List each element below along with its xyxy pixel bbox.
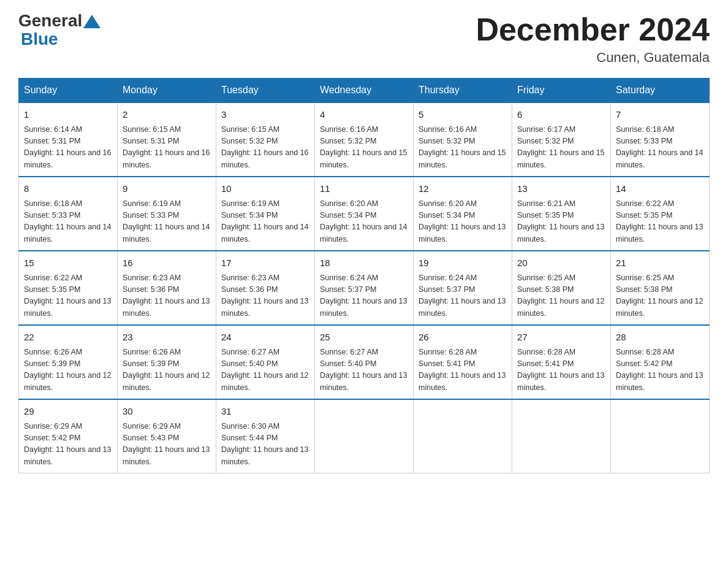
day-number: 12 (419, 182, 507, 196)
day-number: 17 (221, 256, 309, 270)
day-number: 25 (320, 331, 408, 345)
title-block: December 2024 Cunen, Guatemala (476, 12, 710, 66)
day-number: 18 (320, 256, 408, 270)
logo-general-text: General (18, 12, 82, 29)
calendar-cell: 14 Sunrise: 6:22 AMSunset: 5:35 PMDaylig… (611, 177, 710, 251)
location: Cunen, Guatemala (476, 50, 710, 66)
calendar-header-row: SundayMondayTuesdayWednesdayThursdayFrid… (19, 79, 710, 103)
calendar-cell: 26 Sunrise: 6:28 AMSunset: 5:41 PMDaylig… (414, 325, 512, 399)
calendar-cell: 13 Sunrise: 6:21 AMSunset: 5:35 PMDaylig… (512, 177, 611, 251)
header-tuesday: Tuesday (216, 79, 315, 103)
calendar-cell: 5 Sunrise: 6:16 AMSunset: 5:32 PMDayligh… (414, 102, 512, 177)
day-info: Sunrise: 6:29 AMSunset: 5:42 PMDaylight:… (24, 421, 112, 469)
day-number: 3 (221, 108, 309, 122)
calendar-cell: 24 Sunrise: 6:27 AMSunset: 5:40 PMDaylig… (216, 325, 315, 399)
logo-triangle-icon (83, 15, 100, 28)
calendar-cell: 4 Sunrise: 6:16 AMSunset: 5:32 PMDayligh… (315, 102, 414, 177)
day-number: 19 (419, 256, 507, 270)
day-info: Sunrise: 6:20 AMSunset: 5:34 PMDaylight:… (320, 198, 408, 246)
calendar-cell (414, 399, 512, 473)
day-number: 27 (517, 331, 605, 345)
day-number: 31 (221, 405, 309, 419)
day-number: 10 (221, 182, 309, 196)
calendar-cell: 31 Sunrise: 6:30 AMSunset: 5:44 PMDaylig… (216, 399, 315, 473)
day-info: Sunrise: 6:26 AMSunset: 5:39 PMDaylight:… (24, 347, 112, 394)
day-info: Sunrise: 6:24 AMSunset: 5:37 PMDaylight:… (320, 272, 408, 320)
day-info: Sunrise: 6:15 AMSunset: 5:32 PMDaylight:… (221, 124, 309, 172)
header-saturday: Saturday (611, 79, 710, 103)
day-number: 22 (24, 331, 112, 345)
header-wednesday: Wednesday (315, 79, 414, 103)
day-number: 24 (221, 331, 309, 345)
calendar-cell: 27 Sunrise: 6:28 AMSunset: 5:41 PMDaylig… (512, 325, 611, 399)
calendar-cell: 19 Sunrise: 6:24 AMSunset: 5:37 PMDaylig… (414, 251, 512, 325)
calendar-table: SundayMondayTuesdayWednesdayThursdayFrid… (18, 78, 710, 473)
calendar-cell: 28 Sunrise: 6:28 AMSunset: 5:42 PMDaylig… (611, 325, 710, 399)
calendar-cell: 23 Sunrise: 6:26 AMSunset: 5:39 PMDaylig… (118, 325, 216, 399)
day-info: Sunrise: 6:22 AMSunset: 5:35 PMDaylight:… (616, 198, 704, 246)
calendar-cell (315, 399, 414, 473)
calendar-cell: 10 Sunrise: 6:19 AMSunset: 5:34 PMDaylig… (216, 177, 315, 251)
calendar-cell (611, 399, 710, 473)
week-row-5: 29 Sunrise: 6:29 AMSunset: 5:42 PMDaylig… (19, 399, 710, 473)
day-number: 4 (320, 108, 408, 122)
day-number: 15 (24, 256, 112, 270)
day-info: Sunrise: 6:20 AMSunset: 5:34 PMDaylight:… (419, 198, 507, 246)
calendar-cell: 22 Sunrise: 6:26 AMSunset: 5:39 PMDaylig… (19, 325, 118, 399)
header-friday: Friday (512, 79, 611, 103)
day-number: 30 (123, 405, 211, 419)
day-number: 29 (24, 405, 112, 419)
day-info: Sunrise: 6:23 AMSunset: 5:36 PMDaylight:… (221, 272, 309, 320)
day-info: Sunrise: 6:29 AMSunset: 5:43 PMDaylight:… (123, 421, 211, 469)
day-number: 8 (24, 182, 112, 196)
header-monday: Monday (118, 79, 216, 103)
week-row-2: 8 Sunrise: 6:18 AMSunset: 5:33 PMDayligh… (19, 177, 710, 251)
day-number: 23 (123, 331, 211, 345)
day-number: 5 (419, 108, 507, 122)
day-info: Sunrise: 6:18 AMSunset: 5:33 PMDaylight:… (24, 198, 112, 246)
week-row-4: 22 Sunrise: 6:26 AMSunset: 5:39 PMDaylig… (19, 325, 710, 399)
week-row-3: 15 Sunrise: 6:22 AMSunset: 5:35 PMDaylig… (19, 251, 710, 325)
calendar-cell (512, 399, 611, 473)
week-row-1: 1 Sunrise: 6:14 AMSunset: 5:31 PMDayligh… (19, 102, 710, 177)
day-info: Sunrise: 6:28 AMSunset: 5:42 PMDaylight:… (616, 347, 704, 394)
day-info: Sunrise: 6:27 AMSunset: 5:40 PMDaylight:… (221, 347, 309, 394)
day-info: Sunrise: 6:14 AMSunset: 5:31 PMDaylight:… (24, 124, 112, 172)
day-info: Sunrise: 6:18 AMSunset: 5:33 PMDaylight:… (616, 124, 704, 172)
calendar-cell: 20 Sunrise: 6:25 AMSunset: 5:38 PMDaylig… (512, 251, 611, 325)
calendar-cell: 7 Sunrise: 6:18 AMSunset: 5:33 PMDayligh… (611, 102, 710, 177)
day-info: Sunrise: 6:19 AMSunset: 5:33 PMDaylight:… (123, 198, 211, 246)
day-info: Sunrise: 6:28 AMSunset: 5:41 PMDaylight:… (517, 347, 605, 394)
day-number: 13 (517, 182, 605, 196)
day-info: Sunrise: 6:19 AMSunset: 5:34 PMDaylight:… (221, 198, 309, 246)
calendar-cell: 25 Sunrise: 6:27 AMSunset: 5:40 PMDaylig… (315, 325, 414, 399)
day-number: 16 (123, 256, 211, 270)
day-number: 6 (517, 108, 605, 122)
header-thursday: Thursday (414, 79, 512, 103)
day-info: Sunrise: 6:25 AMSunset: 5:38 PMDaylight:… (616, 272, 704, 320)
calendar-cell: 8 Sunrise: 6:18 AMSunset: 5:33 PMDayligh… (19, 177, 118, 251)
day-number: 11 (320, 182, 408, 196)
day-number: 1 (24, 108, 112, 122)
day-info: Sunrise: 6:22 AMSunset: 5:35 PMDaylight:… (24, 272, 112, 320)
day-number: 20 (517, 256, 605, 270)
calendar-cell: 9 Sunrise: 6:19 AMSunset: 5:33 PMDayligh… (118, 177, 216, 251)
day-info: Sunrise: 6:21 AMSunset: 5:35 PMDaylight:… (517, 198, 605, 246)
logo-blue-text: Blue (21, 29, 58, 48)
day-info: Sunrise: 6:26 AMSunset: 5:39 PMDaylight:… (123, 347, 211, 394)
day-number: 28 (616, 331, 704, 345)
calendar-cell: 3 Sunrise: 6:15 AMSunset: 5:32 PMDayligh… (216, 102, 315, 177)
day-info: Sunrise: 6:23 AMSunset: 5:36 PMDaylight:… (123, 272, 211, 320)
calendar-cell: 15 Sunrise: 6:22 AMSunset: 5:35 PMDaylig… (19, 251, 118, 325)
calendar-cell: 6 Sunrise: 6:17 AMSunset: 5:32 PMDayligh… (512, 102, 611, 177)
page-header: General Blue December 2024 Cunen, Guatem… (18, 12, 710, 66)
calendar-cell: 1 Sunrise: 6:14 AMSunset: 5:31 PMDayligh… (19, 102, 118, 177)
calendar-cell: 18 Sunrise: 6:24 AMSunset: 5:37 PMDaylig… (315, 251, 414, 325)
calendar-cell: 2 Sunrise: 6:15 AMSunset: 5:31 PMDayligh… (118, 102, 216, 177)
calendar-cell: 12 Sunrise: 6:20 AMSunset: 5:34 PMDaylig… (414, 177, 512, 251)
day-number: 7 (616, 108, 704, 122)
calendar-cell: 11 Sunrise: 6:20 AMSunset: 5:34 PMDaylig… (315, 177, 414, 251)
calendar-cell: 21 Sunrise: 6:25 AMSunset: 5:38 PMDaylig… (611, 251, 710, 325)
logo: General Blue (18, 12, 102, 49)
day-info: Sunrise: 6:25 AMSunset: 5:38 PMDaylight:… (517, 272, 605, 320)
